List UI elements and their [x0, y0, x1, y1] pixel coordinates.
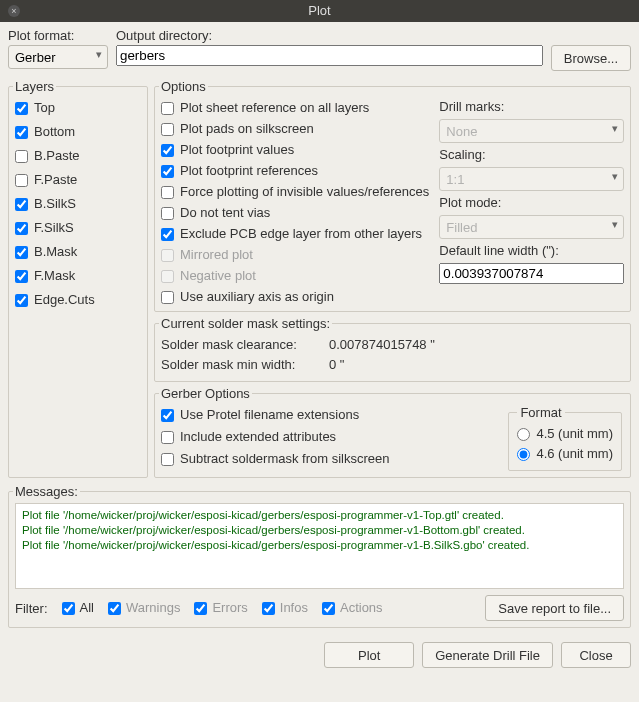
- checkbox-f-mask[interactable]: F.Mask: [15, 268, 141, 284]
- checkbox-plot-pads-on-silkscreen[interactable]: Plot pads on silkscreen: [161, 121, 429, 137]
- mask-value: 0 ": [329, 355, 344, 375]
- format-group: Format 4.5 (unit mm)4.6 (unit mm): [508, 405, 622, 471]
- gerber-legend: Gerber Options: [159, 386, 252, 401]
- messages-box[interactable]: Plot file '/home/wicker/proj/wicker/espo…: [15, 503, 624, 589]
- checkbox-top[interactable]: Top: [15, 100, 141, 116]
- checkbox-use-protel-filename-extensions[interactable]: Use Protel filename extensions: [161, 407, 496, 423]
- checkbox-plot-footprint-values[interactable]: Plot footprint values: [161, 142, 429, 158]
- messages-legend: Messages:: [13, 484, 80, 499]
- checkbox-subtract-soldermask-from-silkscreen[interactable]: Subtract soldermask from silkscreen: [161, 451, 496, 467]
- line-width-label: Default line width ("):: [439, 243, 624, 258]
- checkbox-actions[interactable]: Actions: [322, 600, 383, 616]
- checkbox-negative-plot: Negative plot: [161, 268, 429, 284]
- options-group: Options Plot sheet reference on all laye…: [154, 79, 631, 312]
- checkbox-b-paste[interactable]: B.Paste: [15, 148, 141, 164]
- checkbox-b-mask[interactable]: B.Mask: [15, 244, 141, 260]
- output-dir-input[interactable]: [116, 45, 543, 66]
- plot-mode-label: Plot mode:: [439, 195, 624, 210]
- checkbox-f-silks[interactable]: F.SilkS: [15, 220, 141, 236]
- layers-legend: Layers: [13, 79, 56, 94]
- checkbox-force-plotting-of-invisible-values-references[interactable]: Force plotting of invisible values/refer…: [161, 184, 429, 200]
- plot-format-label: Plot format:: [8, 28, 108, 43]
- radio-4-6-unit-mm[interactable]: 4.6 (unit mm): [517, 444, 613, 464]
- message-line: Plot file '/home/wicker/proj/wicker/espo…: [22, 523, 617, 538]
- plot-mode-select[interactable]: Filled: [439, 215, 624, 239]
- window-title: Plot: [308, 3, 330, 18]
- checkbox-warnings[interactable]: Warnings: [108, 600, 180, 616]
- close-button[interactable]: Close: [561, 642, 631, 668]
- options-legend: Options: [159, 79, 208, 94]
- mask-key: Solder mask min width:: [161, 355, 321, 375]
- window-close-icon[interactable]: ×: [8, 5, 20, 17]
- mask-legend: Current solder mask settings:: [159, 316, 332, 331]
- message-line: Plot file '/home/wicker/proj/wicker/espo…: [22, 538, 617, 553]
- checkbox-use-auxiliary-axis-as-origin[interactable]: Use auxiliary axis as origin: [161, 289, 429, 305]
- checkbox-edge-cuts[interactable]: Edge.Cuts: [15, 292, 141, 308]
- checkbox-b-silks[interactable]: B.SilkS: [15, 196, 141, 212]
- checkbox-do-not-tent-vias[interactable]: Do not tent vias: [161, 205, 429, 221]
- checkbox-mirrored-plot: Mirrored plot: [161, 247, 429, 263]
- mask-settings-group: Current solder mask settings: Solder mas…: [154, 316, 631, 382]
- generate-drill-button[interactable]: Generate Drill File: [422, 642, 553, 668]
- checkbox-exclude-pcb-edge-layer-from-other-layers[interactable]: Exclude PCB edge layer from other layers: [161, 226, 429, 242]
- filter-label: Filter:: [15, 601, 48, 616]
- radio-4-5-unit-mm[interactable]: 4.5 (unit mm): [517, 424, 613, 444]
- checkbox-all[interactable]: All: [62, 600, 94, 616]
- checkbox-plot-footprint-references[interactable]: Plot footprint references: [161, 163, 429, 179]
- checkbox-f-paste[interactable]: F.Paste: [15, 172, 141, 188]
- checkbox-include-extended-attributes[interactable]: Include extended attributes: [161, 429, 496, 445]
- drill-marks-select[interactable]: None: [439, 119, 624, 143]
- line-width-input[interactable]: [439, 263, 624, 284]
- checkbox-infos[interactable]: Infos: [262, 600, 308, 616]
- scaling-label: Scaling:: [439, 147, 624, 162]
- drill-marks-label: Drill marks:: [439, 99, 624, 114]
- mask-value: 0.007874015748 ": [329, 335, 435, 355]
- gerber-options-group: Gerber Options Use Protel filename exten…: [154, 386, 631, 478]
- mask-key: Solder mask clearance:: [161, 335, 321, 355]
- titlebar: × Plot: [0, 0, 639, 22]
- format-legend: Format: [517, 405, 564, 420]
- browse-button[interactable]: Browse...: [551, 45, 631, 71]
- checkbox-errors[interactable]: Errors: [194, 600, 247, 616]
- messages-group: Messages: Plot file '/home/wicker/proj/w…: [8, 484, 631, 628]
- scaling-select[interactable]: 1:1: [439, 167, 624, 191]
- checkbox-plot-sheet-reference-on-all-layers[interactable]: Plot sheet reference on all layers: [161, 100, 429, 116]
- plot-button[interactable]: Plot: [324, 642, 414, 668]
- plot-format-select[interactable]: Gerber: [8, 45, 108, 69]
- layers-group: Layers TopBottomB.PasteF.PasteB.SilkSF.S…: [8, 79, 148, 478]
- save-report-button[interactable]: Save report to file...: [485, 595, 624, 621]
- message-line: Plot file '/home/wicker/proj/wicker/espo…: [22, 508, 617, 523]
- checkbox-bottom[interactable]: Bottom: [15, 124, 141, 140]
- output-dir-label: Output directory:: [116, 28, 543, 43]
